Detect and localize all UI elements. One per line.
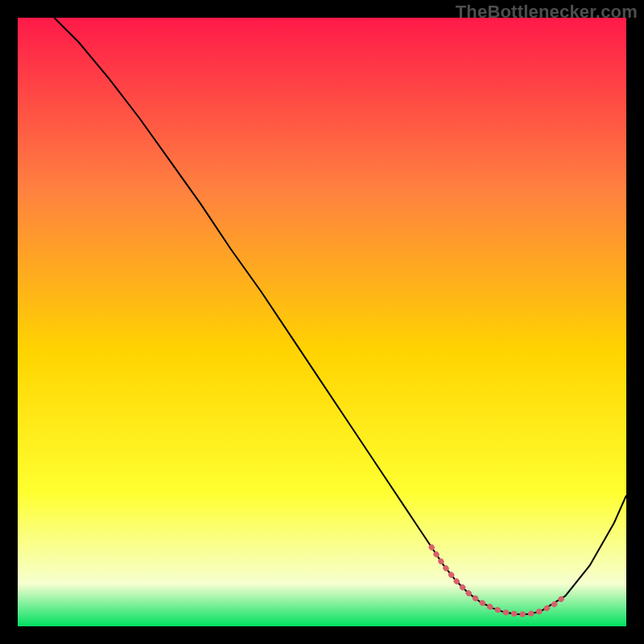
chart-frame: TheBottlenecker.com [0,0,644,644]
gradient-background [18,18,626,626]
chart-plot [18,18,626,626]
